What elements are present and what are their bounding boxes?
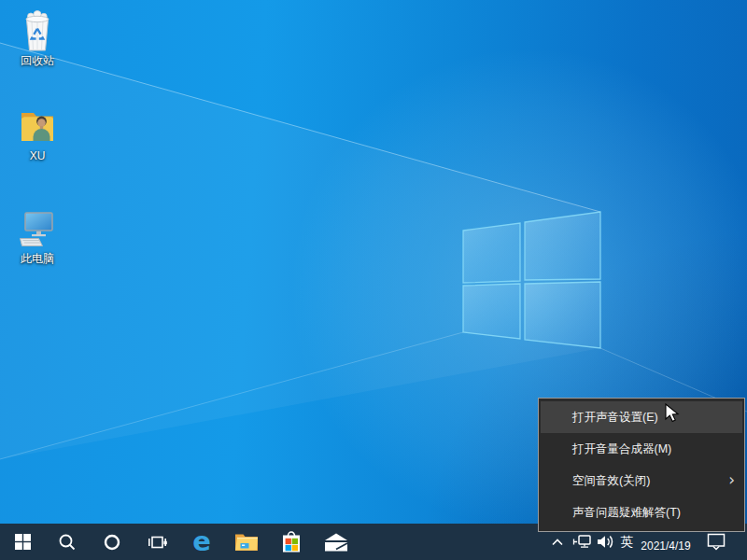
start-button[interactable] [0,524,45,560]
menu-item-label: 打开音量合成器(M) [572,442,671,455]
search-button[interactable] [45,524,90,560]
recycle-bin-icon [19,9,56,52]
file-explorer-icon [234,532,259,552]
search-icon [58,533,77,552]
menu-item-label: 空间音效(关闭) [572,474,650,487]
menu-item-open-volume-mixer[interactable]: 打开音量合成器(M) [541,433,742,465]
edge-icon: e [188,528,216,556]
svg-text:e: e [192,528,211,556]
mail-button[interactable] [314,524,359,560]
network-icon [571,534,592,550]
start-icon [15,534,31,550]
desktop-icon-label: XU [30,150,46,162]
desktop-icon-recycle-bin[interactable]: 回收站 [2,9,73,67]
ime-label: 英 [620,534,633,551]
submenu-chevron-icon: › [728,465,735,496]
cortana-icon [103,533,121,552]
desktop-icon-label: 此电脑 [21,253,54,265]
desktop-icon-label: 回收站 [21,55,54,67]
volume-context-menu: 打开声音设置(E) 打开音量合成器(M) 空间音效(关闭) › 声音问题疑难解答… [538,398,745,532]
desktop-icon-user-folder[interactable]: XU [2,105,73,162]
user-folder-icon [19,105,56,147]
date-text: 2021/4/19 [636,539,696,553]
file-explorer-button[interactable] [224,524,269,560]
this-pc-icon [19,207,56,250]
menu-item-spatial-sound[interactable]: 空间音效(关闭) › [541,465,742,497]
edge-button[interactable]: e [179,524,224,560]
menu-item-troubleshoot-sound[interactable]: 声音问题疑难解答(T) [541,497,742,528]
store-icon [280,529,303,555]
desktop[interactable]: 回收站 XU [0,0,747,560]
task-view-icon [148,533,167,552]
speaker-icon [596,534,616,550]
menu-item-open-sound-settings[interactable]: 打开声音设置(E) [541,401,742,433]
mail-icon [323,531,349,553]
action-center-icon [707,533,726,551]
task-view-button[interactable] [134,524,179,560]
desktop-icon-this-pc[interactable]: 此电脑 [2,207,73,265]
cortana-button[interactable] [90,524,134,560]
store-button[interactable] [269,524,314,560]
chevron-up-icon [551,538,564,547]
menu-item-label: 声音问题疑难解答(T) [572,506,681,519]
menu-item-label: 打开声音设置(E) [572,411,658,424]
